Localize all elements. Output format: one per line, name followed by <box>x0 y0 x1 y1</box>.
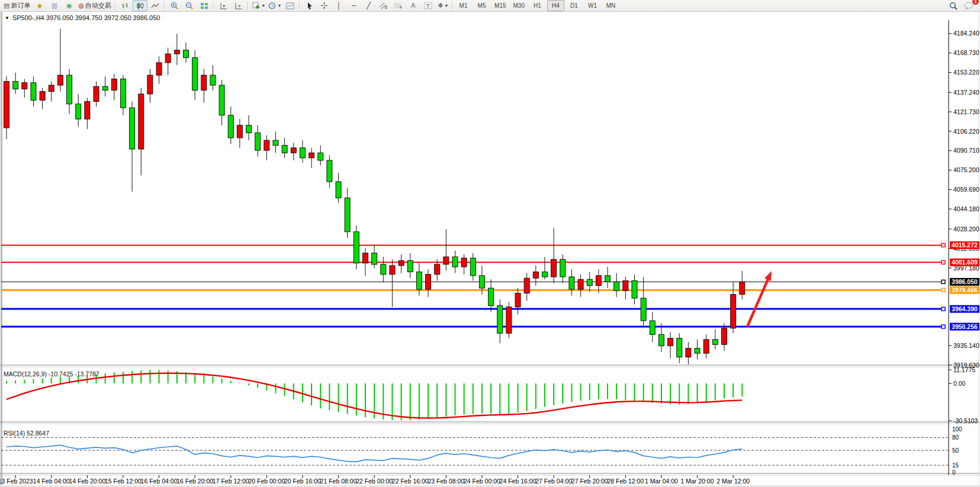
toolbar-right-group: 1 <box>946 0 978 11</box>
svg-text:4015.272: 4015.272 <box>952 241 978 249</box>
rsi-pane[interactable]: 1008050150 <box>1 426 962 476</box>
rsi-label: RSI(14) 52.8647 <box>4 430 49 437</box>
notification-badge: 1 <box>972 0 979 5</box>
toolbar-separator <box>452 2 453 10</box>
horizontal-line-icon: ─ <box>352 2 356 9</box>
trendline-button[interactable]: ╱ <box>361 0 376 11</box>
svg-text:3964.390: 3964.390 <box>952 305 978 312</box>
svg-text:17 Feb 12:00: 17 Feb 12:00 <box>213 478 249 485</box>
time-axis[interactable]: 13 Feb 202314 Feb 04:0014 Feb 20:0015 Fe… <box>0 475 750 485</box>
timeframe-button-M15[interactable]: M15 <box>491 0 509 11</box>
svg-text:4044.180: 4044.180 <box>953 205 979 212</box>
svg-text:T: T <box>426 3 430 9</box>
svg-text:23 Feb 08:00: 23 Feb 08:00 <box>428 478 464 485</box>
price-axis[interactable]: 4184.2404168.7304153.2204137.2404121.730… <box>949 30 979 368</box>
periods-button[interactable]: ▾ <box>266 0 282 11</box>
bar-chart-icon <box>121 2 130 9</box>
svg-text:4137.240: 4137.240 <box>953 89 979 96</box>
svg-text:4168.730: 4168.730 <box>953 49 979 56</box>
toolbar-separator <box>164 2 165 10</box>
candlestick-chart-icon <box>136 2 144 9</box>
timeframe-button-M5[interactable]: M5 <box>473 0 490 11</box>
trendline-icon: ╱ <box>367 2 371 9</box>
crosshair-button[interactable] <box>317 0 332 11</box>
line-chart-button[interactable] <box>147 0 162 11</box>
timeframe-button-MN[interactable]: MN <box>602 0 619 11</box>
svg-text:2 Mar 12:00: 2 Mar 12:00 <box>716 478 750 485</box>
notifications-button[interactable]: 1 <box>961 0 976 11</box>
timeframe-button-M30[interactable]: M30 <box>510 0 528 11</box>
svg-text:100: 100 <box>952 426 962 433</box>
zoom-in-button[interactable] <box>167 0 182 11</box>
macd-label: MACD(12,26,9) -10.7425 -13.7787 <box>4 370 99 378</box>
collapse-triangle-icon: ▼ <box>5 15 9 21</box>
new-order-button[interactable]: ▤ 新订单 <box>2 0 32 11</box>
tile-windows-icon <box>200 2 208 9</box>
svg-text:-30.5103: -30.5103 <box>953 417 978 424</box>
cursor-icon <box>306 2 313 9</box>
cursor-button[interactable] <box>302 0 317 11</box>
chart-shift-button[interactable] <box>231 0 246 11</box>
text-button[interactable]: A <box>406 0 420 11</box>
svg-text:3950.256: 3950.256 <box>952 323 978 330</box>
chart-shift-icon <box>234 2 243 9</box>
data-window-button[interactable]: ◉ <box>62 0 76 11</box>
arrows-button[interactable]: ❖ ▾ <box>435 0 450 11</box>
chart-canvas[interactable]: 4184.2404168.7304153.2204137.2404121.730… <box>0 12 980 487</box>
toolbar-separator <box>248 2 249 10</box>
svg-text:14 Feb 20:00: 14 Feb 20:00 <box>69 478 105 485</box>
timeframe-button-H4[interactable]: H4 <box>547 0 564 11</box>
toolbar-separator <box>299 2 300 10</box>
tile-windows-button[interactable] <box>197 0 211 11</box>
text-label-button[interactable]: T <box>420 0 435 11</box>
chart-window: ▼ SP500-,H4 3976.050 3994.750 3972.050 3… <box>0 12 980 487</box>
svg-text:4121.730: 4121.730 <box>953 108 979 115</box>
add-indicator-button[interactable]: ▾ <box>250 0 266 11</box>
chart-profile-button[interactable]: ◆ <box>32 0 47 11</box>
search-icon <box>949 2 958 10</box>
horizontal-line-button[interactable]: ─ <box>346 0 361 11</box>
main-toolbar: ▤ 新订单 ◆ ▥ ◉ ◍ 自动交易 ▾ ▾ <box>0 0 980 12</box>
market-watch-button[interactable]: ▥ <box>47 0 62 11</box>
auto-scroll-icon <box>220 2 228 9</box>
equidistant-channel-button[interactable]: E <box>376 0 391 11</box>
new-order-label: 新订单 <box>11 1 30 10</box>
add-indicator-caret-icon: ▾ <box>262 3 265 8</box>
zoom-out-button[interactable] <box>182 0 197 11</box>
template-button[interactable] <box>282 0 297 11</box>
svg-text:13 Feb 2023: 13 Feb 2023 <box>0 478 33 485</box>
svg-text:16 Feb 20:00: 16 Feb 20:00 <box>176 478 213 485</box>
timeframe-button-D1[interactable]: D1 <box>565 0 583 11</box>
svg-text:80: 80 <box>952 434 959 441</box>
price-lines[interactable]: 4015.2724001.6093986.0503979.4663964.390… <box>1 241 979 331</box>
candlestick-chart-button[interactable] <box>133 0 147 11</box>
macd-pane[interactable]: 11.17750.00-30.5103 <box>7 366 978 424</box>
timeframe-button-W1[interactable]: W1 <box>584 0 601 11</box>
search-button[interactable] <box>946 0 961 11</box>
vertical-line-button[interactable]: │ <box>332 0 346 11</box>
svg-text:4001.609: 4001.609 <box>952 259 978 266</box>
svg-text:15 Feb 12:00: 15 Feb 12:00 <box>105 478 142 485</box>
auto-trading-button[interactable]: ◍ 自动交易 <box>76 0 113 11</box>
fibonacci-icon: F <box>394 2 403 9</box>
timeframe-button-H1[interactable]: H1 <box>529 0 546 11</box>
svg-text:0: 0 <box>952 469 956 476</box>
line-chart-icon <box>151 2 159 9</box>
trend-arrow-annotation[interactable] <box>747 271 772 327</box>
clock-icon <box>268 2 277 9</box>
candlestick-series[interactable] <box>4 29 745 365</box>
arrows-caret-icon: ▾ <box>445 3 448 8</box>
auto-trading-label: 自动交易 <box>85 1 111 10</box>
auto-scroll-button[interactable] <box>216 0 231 11</box>
svg-text:4090.710: 4090.710 <box>953 147 979 154</box>
add-indicator-icon <box>252 2 261 9</box>
chart-title-bar[interactable]: ▼ SP500-,H4 3976.050 3994.750 3972.050 3… <box>5 14 160 21</box>
crosshair-icon <box>320 2 328 9</box>
fibonacci-button[interactable]: F <box>391 0 406 11</box>
svg-text:4075.200: 4075.200 <box>953 166 979 173</box>
svg-text:50: 50 <box>952 447 959 454</box>
bar-chart-button[interactable] <box>118 0 133 11</box>
timeframe-button-M1[interactable]: M1 <box>455 0 472 11</box>
svg-text:3935.140: 3935.140 <box>953 342 979 349</box>
svg-text:3986.050: 3986.050 <box>952 278 978 285</box>
